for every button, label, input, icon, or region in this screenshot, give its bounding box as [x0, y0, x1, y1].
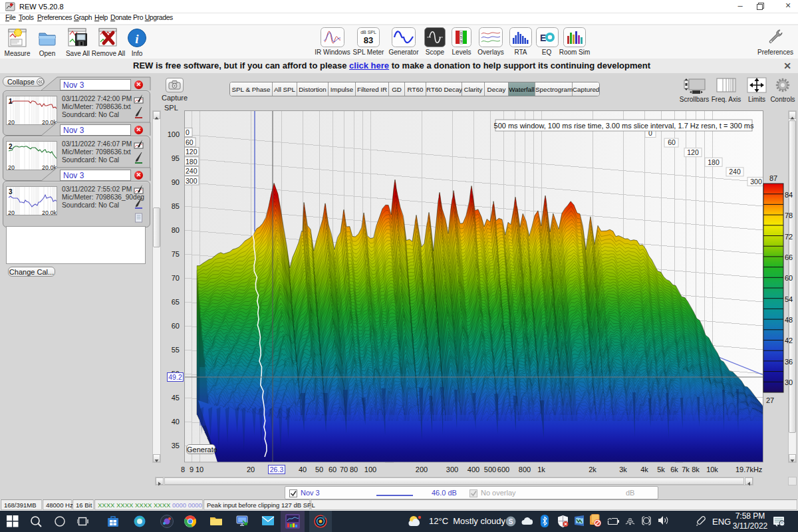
svg-text:9: 9 [460, 39, 462, 43]
svg-text:20: 20 [8, 164, 15, 170]
svg-text:180: 180 [186, 158, 198, 166]
svg-text:S: S [509, 518, 513, 525]
svg-text:20: 20 [8, 119, 15, 125]
svg-text:83: 83 [364, 35, 373, 45]
svg-text:20: 20 [8, 209, 15, 215]
svg-text:87: 87 [769, 174, 777, 182]
svg-text:500 ms window, 100 ms rise tim: 500 ms window, 100 ms rise time, 3.00 ms… [494, 122, 754, 130]
svg-text:dB SPL: dB SPL [360, 30, 376, 35]
svg-text:20.0k: 20.0k [42, 209, 57, 215]
svg-text:240: 240 [186, 167, 198, 175]
svg-text:i: i [135, 32, 139, 46]
svg-text:E: E [540, 33, 546, 43]
svg-text:2: 2 [9, 143, 13, 150]
svg-text:300: 300 [186, 177, 198, 185]
svg-text:60: 60 [186, 138, 194, 146]
svg-text:240: 240 [729, 168, 741, 176]
svg-text:0: 0 [186, 128, 190, 136]
svg-text:120: 120 [687, 148, 699, 156]
svg-text:60: 60 [668, 138, 676, 146]
svg-text:300: 300 [750, 178, 762, 186]
svg-text:1: 1 [9, 98, 13, 105]
svg-text:120: 120 [186, 148, 198, 156]
svg-text:180: 180 [708, 158, 720, 166]
svg-text:3: 3 [9, 188, 13, 196]
